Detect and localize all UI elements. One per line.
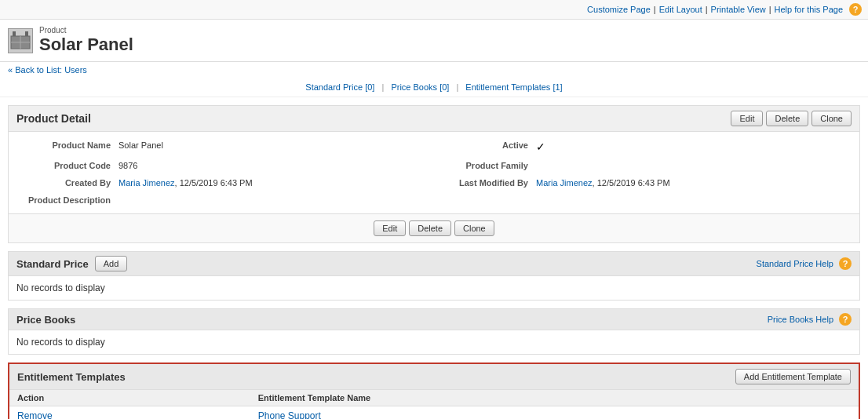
created-by-link[interactable]: Maria Jimenez bbox=[119, 178, 175, 188]
action-column-header: Action bbox=[9, 390, 250, 406]
name-column-header: Entitlement Template Name bbox=[250, 390, 859, 406]
product-detail-section: Product Detail Edit Delete Clone Product… bbox=[8, 105, 860, 243]
product-detail-title: Product Detail bbox=[16, 112, 91, 125]
standard-price-add-button[interactable]: Add bbox=[95, 256, 128, 271]
entitlement-table-row: RemovePhone Support bbox=[9, 406, 859, 420]
product-icon bbox=[8, 28, 33, 53]
clone-button-bottom[interactable]: Clone bbox=[454, 220, 494, 236]
entitlement-template-name-link[interactable]: Phone Support bbox=[258, 410, 321, 419]
active-label: Active bbox=[434, 140, 536, 150]
top-bar: Customize Page | Edit Layout | Printable… bbox=[0, 0, 868, 20]
back-to-list-link[interactable]: « Back to List: Users bbox=[8, 65, 87, 75]
remove-entitlement-link[interactable]: Remove bbox=[17, 410, 53, 419]
svg-rect-4 bbox=[25, 31, 28, 36]
active-field: Active ✓ bbox=[434, 138, 852, 155]
product-code-label: Product Code bbox=[16, 161, 119, 170]
last-modified-field: Last Modified By Maria Jimenez, 12/5/201… bbox=[434, 176, 852, 190]
last-modified-label: Last Modified By bbox=[434, 178, 536, 188]
standard-price-help[interactable]: Standard Price Help ? bbox=[757, 257, 852, 270]
product-detail-footer: Edit Delete Clone bbox=[9, 213, 859, 242]
active-value: ✓ bbox=[536, 140, 545, 153]
back-link-area: « Back to List: Users bbox=[0, 62, 868, 78]
created-by-label: Created By bbox=[16, 178, 119, 188]
standard-price-title: Standard Price bbox=[16, 258, 89, 270]
last-modified-value: Maria Jimenez, 12/5/2019 6:43 PM bbox=[536, 178, 670, 188]
standard-price-help-icon[interactable]: ? bbox=[839, 257, 852, 270]
delete-button-bottom[interactable]: Delete bbox=[409, 220, 451, 236]
help-icon[interactable]: ? bbox=[849, 3, 862, 16]
product-detail-buttons: Edit Delete Clone bbox=[731, 111, 852, 126]
page-title: Solar Panel bbox=[39, 35, 133, 55]
product-desc-label: Product Description bbox=[16, 195, 119, 205]
created-by-value: Maria Jimenez, 12/5/2019 6:43 PM bbox=[119, 178, 253, 188]
standard-price-section: Standard Price Add Standard Price Help ?… bbox=[8, 251, 860, 301]
created-by-field: Created By Maria Jimenez, 12/5/2019 6:43… bbox=[16, 176, 434, 190]
edit-layout-link[interactable]: Edit Layout bbox=[659, 5, 702, 14]
product-code-field: Product Code 9876 bbox=[16, 158, 434, 173]
entitlement-name-cell: Phone Support bbox=[250, 406, 859, 420]
entitlement-templates-title: Entitlement Templates bbox=[17, 371, 126, 383]
detail-table: Product Name Solar Panel Active ✓ Produc… bbox=[9, 132, 859, 213]
product-code-value: 9876 bbox=[119, 161, 137, 170]
product-name-label: Product Name bbox=[16, 140, 119, 150]
price-books-section-link[interactable]: Price Books [0] bbox=[391, 82, 449, 92]
entitlement-templates-section-link[interactable]: Entitlement Templates [1] bbox=[465, 82, 562, 92]
standard-price-section-link[interactable]: Standard Price [0] bbox=[305, 82, 374, 92]
last-modified-link[interactable]: Maria Jimenez bbox=[536, 178, 593, 188]
section-links: Standard Price [0] | Price Books [0] | E… bbox=[0, 78, 868, 97]
add-entitlement-template-button[interactable]: Add Entitlement Template bbox=[735, 369, 851, 384]
edit-button-top[interactable]: Edit bbox=[731, 111, 763, 126]
price-books-section: Price Books Price Books Help ? No record… bbox=[8, 308, 860, 355]
entitlement-templates-table: Action Entitlement Template Name RemoveP… bbox=[9, 390, 859, 419]
entitlement-action-cell: Remove bbox=[9, 406, 250, 420]
entitlement-templates-header: Entitlement Templates Add Entitlement Te… bbox=[9, 364, 859, 390]
price-books-header: Price Books Price Books Help ? bbox=[9, 309, 859, 330]
price-books-help-icon[interactable]: ? bbox=[839, 313, 852, 326]
standard-price-no-records: No records to display bbox=[9, 276, 859, 300]
product-name-value: Solar Panel bbox=[119, 140, 163, 150]
clone-button-top[interactable]: Clone bbox=[811, 111, 852, 126]
header-subtitle: Product bbox=[39, 26, 133, 35]
standard-price-help-link[interactable]: Standard Price Help bbox=[757, 259, 833, 268]
edit-button-bottom[interactable]: Edit bbox=[374, 220, 406, 236]
help-link[interactable]: Help for this Page bbox=[775, 5, 843, 14]
standard-price-header: Standard Price Add Standard Price Help ? bbox=[9, 252, 859, 276]
product-desc-field: Product Description bbox=[16, 193, 434, 207]
price-books-no-records: No records to display bbox=[9, 330, 859, 354]
price-books-help[interactable]: Price Books Help ? bbox=[768, 313, 852, 326]
svg-rect-3 bbox=[13, 31, 16, 36]
product-family-label: Product Family bbox=[434, 161, 536, 170]
product-family-field: Product Family bbox=[434, 158, 852, 173]
price-books-title: Price Books bbox=[16, 314, 75, 326]
customize-page-link[interactable]: Customize Page bbox=[587, 5, 651, 14]
product-name-field: Product Name Solar Panel bbox=[16, 138, 434, 155]
product-desc-right bbox=[434, 193, 852, 207]
header-title-area: Product Solar Panel bbox=[39, 26, 133, 55]
page-header: Product Solar Panel bbox=[0, 20, 868, 62]
entitlement-templates-section: Entitlement Templates Add Entitlement Te… bbox=[8, 363, 860, 419]
product-detail-header: Product Detail Edit Delete Clone bbox=[9, 106, 859, 132]
printable-view-link[interactable]: Printable View bbox=[711, 5, 766, 14]
delete-button-top[interactable]: Delete bbox=[766, 111, 808, 126]
entitlement-table-header-row: Action Entitlement Template Name bbox=[9, 390, 859, 406]
price-books-help-link[interactable]: Price Books Help bbox=[768, 315, 833, 324]
